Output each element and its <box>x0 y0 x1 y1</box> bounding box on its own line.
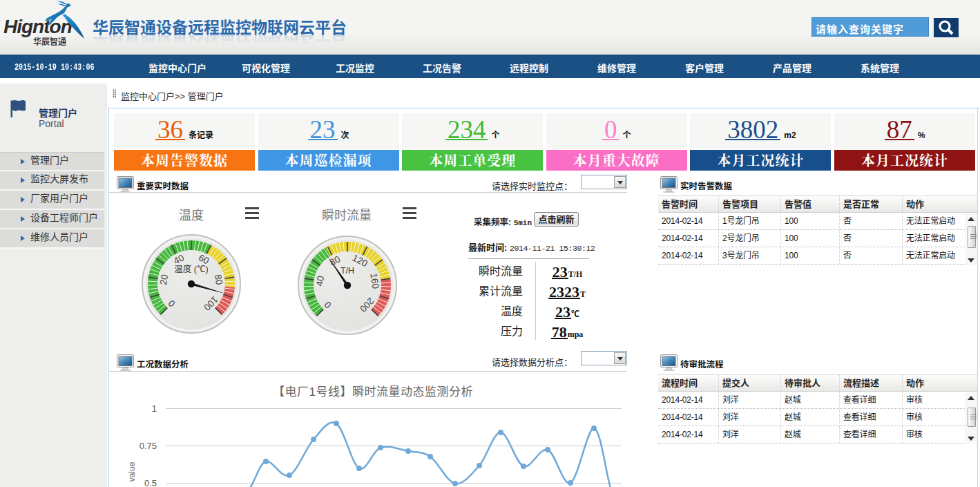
svg-text:80: 80 <box>213 274 224 285</box>
svg-text:40: 40 <box>314 275 326 287</box>
svg-text:20: 20 <box>158 274 170 285</box>
svg-text:温度 (℃): 温度 (℃) <box>174 264 208 274</box>
svg-text:T/H: T/H <box>340 266 354 276</box>
